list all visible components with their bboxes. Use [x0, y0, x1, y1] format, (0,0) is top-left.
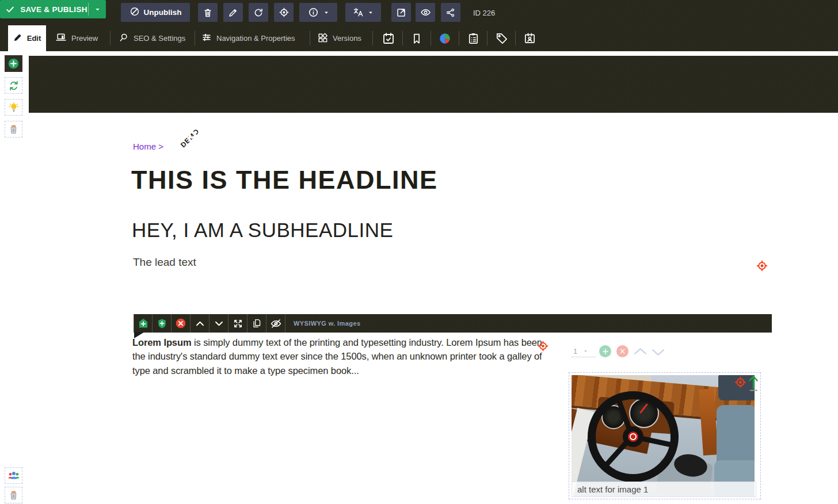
edit-pencil-icon: [13, 33, 22, 44]
drop-target-icon[interactable]: [756, 259, 768, 272]
unpublish-label: Unpublish: [144, 8, 182, 17]
trash-orange-icon: [8, 490, 19, 501]
info-caret-icon: [323, 10, 329, 16]
save-publish-button[interactable]: SAVE & PUBLISH: [0, 0, 106, 18]
wysiwyg-toolbar: WYSIWYG w. Images: [134, 314, 772, 333]
info-dropdown-button[interactable]: [299, 3, 337, 22]
index-caret-icon: [583, 349, 588, 354]
add-block-below-button[interactable]: [153, 314, 172, 333]
tab-reports[interactable]: [434, 25, 456, 51]
image-add-button[interactable]: [599, 345, 611, 357]
hint-button[interactable]: [5, 99, 22, 116]
translate-dropdown-button[interactable]: [345, 3, 381, 22]
tag-icon: [495, 32, 508, 45]
wysiwyg-text-rest: is simply dummy text of the printing and…: [132, 337, 542, 376]
delete-block-button[interactable]: [172, 314, 191, 333]
trash-orange-icon: [8, 124, 19, 135]
site-cart-icon[interactable]: [733, 134, 749, 152]
tab-user-permissions[interactable]: [519, 25, 540, 51]
sliders-icon: [201, 32, 212, 44]
check-icon: [0, 5, 20, 14]
image-block-index-value: 1: [573, 347, 577, 356]
laptop-icon: [55, 32, 67, 45]
fullscreen-block-button[interactable]: [228, 314, 247, 333]
save-caret-icon[interactable]: [89, 6, 106, 13]
car-interior-image[interactable]: [572, 375, 755, 497]
logo-name: PIMCORE: [188, 129, 260, 145]
image-move-up-button[interactable]: [633, 347, 647, 358]
image-delete-button[interactable]: [616, 345, 628, 357]
save-publish-label: SAVE & PUBLISH: [20, 5, 88, 14]
copy-block-button[interactable]: [247, 314, 266, 333]
ban-icon: [129, 6, 140, 18]
people-group-icon: [7, 469, 20, 482]
drop-target-icon[interactable]: [734, 376, 746, 388]
tab-preview[interactable]: Preview: [55, 25, 98, 51]
lightbulb-icon: [8, 102, 20, 113]
shared-users-button[interactable]: [5, 467, 22, 484]
site-language-globe-icon[interactable]: [759, 134, 774, 152]
recycle-bin-button[interactable]: [5, 121, 22, 138]
site-logo-text[interactable]: PIMCORE CLASSIC CARS: [188, 129, 260, 154]
versions-icon: [317, 32, 328, 45]
add-block-above-button[interactable]: [134, 314, 153, 333]
recycle-bin-bottom-button[interactable]: [5, 487, 22, 503]
swap-exchange-button[interactable]: [5, 77, 22, 94]
document-id-label: ID 226: [473, 9, 495, 17]
image-block-index-select[interactable]: 1: [572, 345, 596, 357]
locate-in-tree-button[interactable]: [274, 3, 294, 22]
nav-news[interactable]: News: [403, 135, 428, 146]
site-header: DEMO PIMCORE CLASSIC CARS Find & Order M…: [29, 56, 838, 113]
nav-events[interactable]: Events: [453, 135, 483, 146]
reload-button[interactable]: [249, 3, 268, 22]
breadcrumb: Home >: [133, 142, 163, 151]
share-button[interactable]: [441, 3, 460, 22]
red-x-icon: [175, 318, 186, 329]
tab-notes[interactable]: [462, 25, 484, 51]
image-move-down-button[interactable]: [651, 348, 665, 359]
tab-schedule[interactable]: [378, 25, 399, 51]
site-search-icon[interactable]: [683, 134, 698, 151]
shield-plus-icon: [157, 318, 167, 329]
tab-versions[interactable]: Versions: [317, 25, 361, 51]
image-alt-text-input[interactable]: [572, 482, 756, 497]
open-external-button[interactable]: [391, 3, 411, 22]
move-block-up-button[interactable]: [191, 314, 209, 333]
wysiwyg-text[interactable]: Lorem Ipsum is simply dummy text of the …: [132, 335, 548, 377]
page-subheadline[interactable]: HEY, I AM A SUBHEADLINE: [132, 219, 393, 242]
rename-pencil-button[interactable]: [223, 3, 243, 22]
pimcore-editor-screen: SAVE & PUBLISH Unpublish: [0, 0, 838, 504]
clipboard-icon: [467, 32, 480, 45]
preview-eye-button[interactable]: [416, 3, 435, 22]
seo-magnifier-icon: [119, 32, 129, 44]
swap-arrows-icon: [8, 80, 20, 91]
calendar-check-icon: [382, 32, 395, 45]
image-upload-arrow-icon[interactable]: [748, 373, 759, 395]
tab-tags[interactable]: [490, 25, 512, 51]
add-block-button[interactable]: [5, 55, 22, 72]
lead-text[interactable]: The lead text: [133, 256, 196, 269]
drop-target-icon[interactable]: [537, 340, 550, 353]
pie-chart-icon: [437, 31, 452, 46]
delete-button[interactable]: [198, 3, 218, 22]
tab-bookmark[interactable]: [406, 25, 428, 51]
nav-magazine[interactable]: Magazine: [340, 135, 383, 146]
tab-seo-settings[interactable]: SEO & Settings: [119, 25, 185, 51]
breadcrumb-separator: >: [158, 142, 163, 151]
nav-find-order[interactable]: Find & Order: [268, 135, 323, 146]
tab-edit[interactable]: Edit: [8, 25, 46, 51]
translate-caret-icon: [368, 10, 374, 16]
bookmark-icon: [410, 32, 423, 45]
logo-subtitle: CLASSIC CARS: [188, 146, 260, 154]
tab-navigation-properties[interactable]: Navigation & Properties: [201, 25, 295, 51]
unpublish-button[interactable]: Unpublish: [121, 3, 190, 22]
nav-more-stuff[interactable]: More Stuff: [505, 135, 550, 146]
site-account-icon[interactable]: [709, 134, 724, 151]
block-type-label: WYSIWYG w. Images: [294, 320, 360, 327]
id-card-icon: [523, 32, 536, 45]
page-headline[interactable]: THIS IS THE HEADLINE: [131, 165, 438, 195]
move-block-down-button[interactable]: [209, 314, 228, 333]
breadcrumb-home-link[interactable]: Home: [133, 142, 156, 151]
admin-toolbar: SAVE & PUBLISH Unpublish: [0, 0, 838, 25]
hide-block-button[interactable]: [266, 314, 285, 333]
